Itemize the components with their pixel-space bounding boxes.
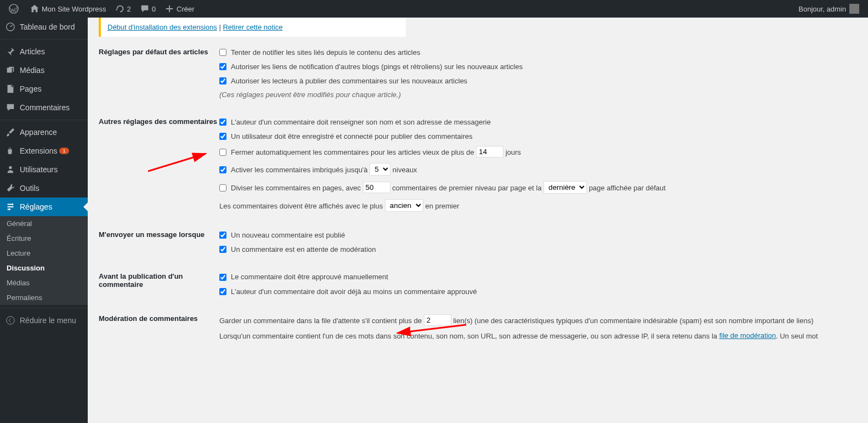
- option-label: Tenter de notifier les sites liés depuis…: [231, 48, 420, 57]
- option-label-suffix: page affichée par défaut: [587, 184, 666, 192]
- select-default-page[interactable]: dernière: [543, 181, 587, 194]
- media-icon: [5, 65, 15, 75]
- sidebar-item-label: Commentaires: [20, 103, 70, 112]
- checkbox-threaded[interactable]: [219, 166, 226, 173]
- section-other-settings: Autres réglages des commentaires L'auteu…: [99, 117, 857, 217]
- submenu-permalinks[interactable]: Permaliens: [0, 290, 88, 305]
- option-auto-close[interactable]: Fermer automatiquement les commentaires …: [219, 146, 857, 157]
- submenu-writing[interactable]: Écriture: [0, 231, 88, 246]
- sidebar-item-plugins[interactable]: Extensions1: [0, 142, 88, 160]
- svg-point-2: [9, 166, 12, 169]
- sidebar-item-dashboard[interactable]: Tableau de bord: [0, 18, 88, 36]
- option-previously-approved[interactable]: L'auteur d'un commentaire doit avoir déj…: [219, 287, 857, 296]
- sidebar-item-label: Outils: [20, 184, 39, 193]
- main-content: Début d'installation des extensions | Re…: [88, 18, 868, 423]
- option-notify-linked[interactable]: Tenter de notifier les sites liés depuis…: [219, 48, 857, 57]
- moderation-text-suffix: . Un seul mot: [776, 332, 818, 340]
- notice-install-link[interactable]: Début d'installation des extensions: [107, 23, 217, 31]
- users-icon: [5, 165, 15, 174]
- comment-icon: [140, 4, 150, 14]
- submenu-reading[interactable]: Lecture: [0, 246, 88, 261]
- option-label: L'auteur d'un commentaire doit avoir déj…: [231, 287, 477, 296]
- option-label: L'auteur d'un commentaire doit renseigne…: [231, 118, 491, 126]
- submenu-media[interactable]: Médias: [0, 275, 88, 290]
- option-label: Un commentaire est en attente de modérat…: [231, 245, 376, 253]
- option-manual-approve[interactable]: Le commentaire doit être approuvé manuel…: [219, 272, 857, 281]
- moderation-words-row: Lorsqu'un commentaire contient l'un de c…: [219, 331, 857, 340]
- select-thread-depth[interactable]: 5: [370, 163, 390, 176]
- option-label: Activer les commentaires imbriqués jusqu…: [231, 166, 370, 174]
- option-label: Le commentaire doit être approuvé manuel…: [231, 273, 388, 281]
- plugin-notice: Début d'installation des extensions | Re…: [99, 18, 406, 37]
- sidebar-item-settings[interactable]: Réglages: [0, 198, 88, 216]
- moderation-queue-link[interactable]: file de modération: [719, 331, 776, 340]
- checkbox-allow-pings[interactable]: [219, 63, 226, 70]
- plus-icon: [164, 4, 174, 14]
- notice-dismiss-link[interactable]: Retirer cette notice: [223, 23, 282, 31]
- svg-point-4: [8, 208, 10, 211]
- my-account-link[interactable]: Bonjour, admin: [794, 0, 864, 18]
- option-allow-comments[interactable]: Autoriser les lecteurs à publier des com…: [219, 76, 857, 85]
- collapse-menu[interactable]: Réduire le menu: [0, 311, 88, 330]
- checkbox-require-registration[interactable]: [219, 133, 226, 140]
- checkbox-email-moderation[interactable]: [219, 246, 226, 253]
- update-icon: [115, 4, 125, 14]
- updates-link[interactable]: 2: [111, 0, 135, 18]
- option-comment-order: Les commentaires doivent être affichés a…: [219, 199, 857, 212]
- input-close-days[interactable]: [476, 146, 503, 157]
- option-label-suffix: jours: [503, 148, 521, 156]
- home-icon: [30, 4, 39, 14]
- option-email-new-comment[interactable]: Un nouveau commentaire est publié: [219, 230, 857, 239]
- checkbox-allow-comments[interactable]: [219, 77, 226, 84]
- brush-icon: [5, 127, 15, 137]
- option-email-moderation[interactable]: Un commentaire est en attente de modérat…: [219, 245, 857, 253]
- checkbox-manual-approve[interactable]: [219, 274, 226, 281]
- page-icon: [5, 84, 15, 94]
- submenu-discussion[interactable]: Discussion: [0, 261, 88, 275]
- input-per-page[interactable]: [363, 182, 390, 193]
- submenu-general[interactable]: Général: [0, 216, 88, 231]
- option-require-name-email[interactable]: L'auteur d'un commentaire doit renseigne…: [219, 117, 857, 126]
- option-label: Diviser les commentaires en pages, avec: [231, 184, 363, 192]
- input-max-links[interactable]: [424, 314, 451, 326]
- sidebar-item-tools[interactable]: Outils: [0, 179, 88, 198]
- checkbox-auto-close[interactable]: [219, 149, 226, 156]
- option-paginate[interactable]: Diviser les commentaires en pages, avec …: [219, 181, 857, 194]
- admin-sidebar: Tableau de bord Articles Médias Pages Co…: [0, 18, 88, 423]
- option-allow-pings[interactable]: Autoriser les liens de notification d'au…: [219, 62, 857, 71]
- select-comment-order[interactable]: ancien: [385, 199, 423, 212]
- option-threaded[interactable]: Activer les commentaires imbriqués jusqu…: [219, 163, 857, 176]
- sidebar-item-comments[interactable]: Commentaires: [0, 98, 88, 117]
- option-require-registration[interactable]: Un utilisateur doit être enregistré et c…: [219, 132, 857, 140]
- pin-icon: [5, 47, 15, 57]
- moderation-text-suffix: lien(s) (une des caractéristiques typiqu…: [451, 317, 814, 325]
- sidebar-item-label: Extensions: [20, 146, 57, 155]
- sidebar-item-label: Tableau de bord: [20, 22, 75, 31]
- sidebar-item-media[interactable]: Médias: [0, 61, 88, 80]
- wordpress-icon: [9, 4, 19, 14]
- sidebar-item-label: Médias: [20, 66, 44, 75]
- sidebar-item-posts[interactable]: Articles: [0, 42, 88, 61]
- wp-logo-link[interactable]: [4, 0, 25, 18]
- option-label: Les commentaires doivent être affichés a…: [219, 202, 385, 210]
- checkbox-email-new-comment[interactable]: [219, 232, 226, 239]
- admin-toolbar: Mon Site Wordpress 2 0 Créer Bonjour, ad…: [0, 0, 868, 18]
- sidebar-item-appearance[interactable]: Apparence: [0, 123, 88, 142]
- new-content-link[interactable]: Créer: [160, 0, 199, 18]
- svg-point-3: [12, 204, 14, 206]
- sidebar-item-pages[interactable]: Pages: [0, 80, 88, 98]
- comments-link[interactable]: 0: [135, 0, 160, 18]
- section-before-publish: Avant la publication d'un commentaire Le…: [99, 272, 857, 301]
- sidebar-item-label: Réglages: [20, 202, 52, 211]
- sidebar-item-label: Utilisateurs: [20, 165, 58, 174]
- tools-icon: [5, 183, 15, 193]
- sidebar-item-users[interactable]: Utilisateurs: [0, 160, 88, 179]
- checkbox-require-name-email[interactable]: [219, 119, 226, 126]
- option-label: Autoriser les liens de notification d'au…: [231, 63, 523, 71]
- checkbox-paginate[interactable]: [219, 184, 226, 191]
- checkbox-previously-approved[interactable]: [219, 288, 226, 295]
- site-name-link[interactable]: Mon Site Wordpress: [25, 0, 111, 18]
- checkbox-notify-linked[interactable]: [219, 49, 226, 56]
- section-email-me: M'envoyer un message lorsque Un nouveau …: [99, 230, 857, 259]
- option-label: Autoriser les lecteurs à publier des com…: [231, 77, 467, 85]
